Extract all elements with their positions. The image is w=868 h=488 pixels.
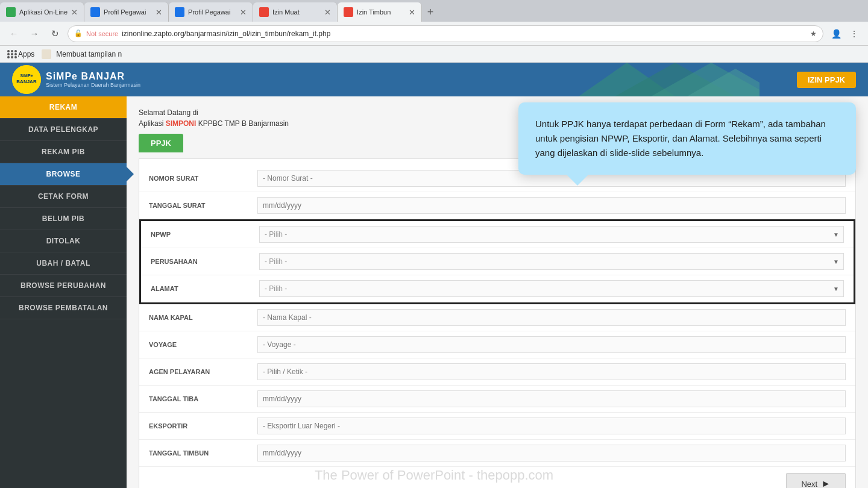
tab-close-1[interactable]: ✕ — [71, 8, 78, 17]
input-wrap-tanggal-surat — [257, 197, 846, 214]
membuat-bookmark[interactable]: Membuat tampilan n — [42, 49, 122, 59]
next-label: Next — [801, 480, 817, 489]
label-perusahaan: PERUSAHAAN — [151, 258, 259, 265]
sidebar-item-browse[interactable]: BROWSE — [0, 163, 127, 186]
input-wrap-voyage — [257, 336, 846, 353]
logo-text: SiMPe BANJAR Sistem Pelayanan Daerah Ban… — [46, 71, 140, 88]
membuat-label: Membuat tampilan n — [56, 50, 122, 58]
tab-profil2[interactable]: Profil Pegawai ✕ — [169, 2, 253, 22]
not-secure-label: Not secure — [86, 30, 118, 37]
tab-close-2[interactable]: ✕ — [156, 8, 162, 17]
menu-icon[interactable]: ⋮ — [846, 26, 862, 42]
tab-profil1[interactable]: Profil Pegawai ✕ — [84, 2, 169, 22]
forward-button[interactable]: → — [27, 26, 42, 42]
site-logo: SiMPe BANJAR SiMPe BANJAR Sistem Pelayan… — [12, 65, 140, 94]
tab-favicon-3 — [175, 7, 184, 17]
tab-favicon-4 — [259, 7, 269, 17]
input-agen-pelayaran[interactable] — [257, 363, 846, 380]
label-alamat: ALAMAT — [151, 285, 259, 292]
next-button[interactable]: Next ► — [786, 473, 846, 488]
sidebar-item-rekam-pib[interactable]: REKAM PIB — [0, 141, 127, 163]
input-wrap-alamat: - Pilih - — [259, 280, 844, 297]
label-tanggal-tiba: TANGGAL TIBA — [149, 395, 257, 402]
form-row-tanggal-timbun: TANGGAL TIMBUN — [139, 440, 855, 467]
input-wrap-tanggal-timbun — [257, 445, 846, 461]
input-nama-kapal[interactable] — [257, 309, 846, 326]
highlighted-npwp-section: NPWP - Pilih - PERUSAHAAN - Pilih - — [139, 219, 855, 304]
label-eksportir: EKSPORTIR — [149, 422, 257, 430]
tab-label-5: Izin Timbun — [357, 8, 405, 16]
tab-ppjk[interactable]: PPJK — [139, 134, 183, 152]
url-display: izinonline.zapto.org/banjarmasin/izin_ol… — [122, 30, 807, 38]
tab-favicon-1 — [6, 7, 16, 17]
form-row-nama-kapal: NAMA KAPAL — [139, 304, 855, 331]
tab-izin-muat[interactable]: Izin Muat ✕ — [253, 2, 338, 22]
sidebar-item-cetak-form[interactable]: CETAK FORM — [0, 186, 127, 208]
callout-text: Untuk PPJK hanya terdapat perbedaan di F… — [535, 119, 826, 158]
tab-close-5[interactable]: ✕ — [409, 8, 415, 17]
input-wrap-eksportir — [257, 418, 846, 434]
sidebar-item-rekam[interactable]: REKAM — [0, 96, 127, 119]
form-container: NOMOR SURAT TANGGAL SURAT NPWP — [139, 158, 856, 488]
label-tanggal-surat: TANGGAL SURAT — [149, 202, 257, 209]
sidebar: REKAM DATA PELENGKAP REKAM PIB BROWSE CE… — [0, 96, 127, 488]
select-perusahaan[interactable]: - Pilih - — [259, 253, 844, 270]
input-eksportir[interactable] — [257, 418, 846, 434]
apps-label: Apps — [18, 50, 34, 58]
user-icon[interactable]: 👤 — [828, 26, 844, 42]
input-voyage[interactable] — [257, 336, 846, 353]
tab-label-2: Profil Pegawai — [104, 8, 152, 16]
sidebar-item-data-pelengkap[interactable]: DATA PELENGKAP — [0, 119, 127, 141]
sidebar-item-browse-pembatalan[interactable]: BROWSE PEMBATALAN — [0, 297, 127, 319]
select-alamat[interactable]: - Pilih - — [259, 280, 844, 297]
izin-ppjk-button[interactable]: IZIN PPJK — [797, 72, 856, 88]
address-bar[interactable]: 🔓 Not secure izinonline.zapto.org/banjar… — [68, 25, 823, 42]
tab-aplikasi[interactable]: Aplikasi On-Line ✕ — [0, 2, 84, 22]
logo-subtitle: Sistem Pelayanan Daerah Banjarmasin — [46, 82, 140, 88]
main-content: Untuk PPJK hanya terdapat perbedaan di F… — [127, 96, 868, 488]
new-tab-button[interactable]: + — [422, 4, 439, 20]
label-nomor-surat: NOMOR SURAT — [149, 175, 257, 182]
sidebar-item-belum-pib[interactable]: BELUM PIB — [0, 208, 127, 230]
sidebar-item-browse-perubahan[interactable]: BROWSE PERUBAHAN — [0, 275, 127, 297]
tab-izin-timbun[interactable]: Izin Timbun ✕ — [338, 2, 422, 22]
apps-grid-icon — [7, 50, 16, 58]
logo-circle: SiMPe BANJAR — [12, 65, 41, 94]
svg-text:SiMPe: SiMPe — [20, 74, 33, 78]
input-wrap-tanggal-tiba — [257, 390, 846, 407]
input-wrap-nama-kapal — [257, 309, 846, 326]
form-row-perusahaan: PERUSAHAAN - Pilih - — [141, 248, 854, 275]
star-icon: ★ — [810, 30, 817, 38]
svg-text:BANJAR: BANJAR — [16, 79, 37, 84]
tab-close-4[interactable]: ✕ — [324, 8, 331, 17]
select-npwp[interactable]: - Pilih - — [259, 226, 844, 243]
logo-title: SiMPe BANJAR — [46, 71, 140, 82]
form-row-agen-pelayaran: AGEN PELAYARAN — [139, 358, 855, 386]
input-tanggal-surat[interactable] — [257, 197, 846, 214]
label-tanggal-timbun: TANGGAL TIMBUN — [149, 449, 257, 457]
tab-label-4: Izin Muat — [272, 8, 321, 16]
label-nama-kapal: NAMA KAPAL — [149, 314, 257, 321]
input-tanggal-timbun[interactable] — [257, 445, 846, 461]
label-agen-pelayaran: AGEN PELAYARAN — [149, 368, 257, 375]
tab-close-3[interactable]: ✕ — [240, 8, 247, 17]
form-row-voyage: VOYAGE — [139, 331, 855, 358]
next-btn-wrap: Next ► — [139, 467, 855, 488]
refresh-button[interactable]: ↻ — [47, 26, 63, 42]
input-wrap-agen-pelayaran — [257, 363, 846, 380]
back-button[interactable]: ← — [6, 26, 22, 42]
bookmark-favicon — [42, 49, 51, 59]
apps-bookmark[interactable]: Apps — [7, 50, 34, 58]
form-row-npwp: NPWP - Pilih - — [141, 221, 854, 248]
tab-favicon-5 — [344, 7, 353, 17]
form-row-tanggal-tiba: TANGGAL TIBA — [139, 386, 855, 413]
label-voyage: VOYAGE — [149, 341, 257, 348]
next-arrow-icon: ► — [821, 478, 831, 488]
tab-label-1: Aplikasi On-Line — [19, 8, 68, 16]
sidebar-item-ditolak[interactable]: DITOLAK — [0, 230, 127, 252]
sidebar-item-ubah-batal[interactable]: UBAH / BATAL — [0, 252, 127, 275]
lock-icon: 🔓 — [74, 30, 83, 37]
input-tanggal-tiba[interactable] — [257, 390, 846, 407]
tab-favicon-2 — [90, 7, 100, 17]
form-row-eksportir: EKSPORTIR — [139, 413, 855, 440]
